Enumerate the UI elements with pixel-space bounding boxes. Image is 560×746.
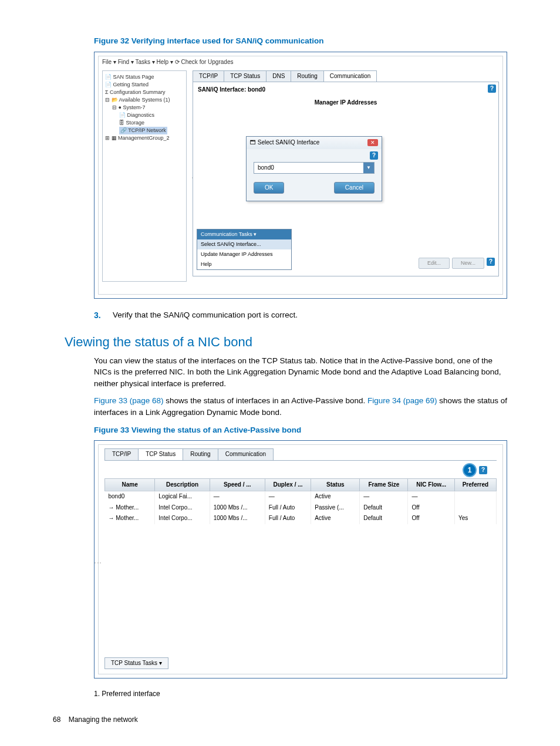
select-interface-dialog: 🗔 Select SAN/iQ Interface ✕ ? bond0 ▼ OK: [246, 136, 382, 201]
saniq-interface-label: SAN/iQ Interface: bond0: [198, 86, 265, 94]
navigation-tree[interactable]: 📄 SAN Status Page 📄 Getting Started Σ Co…: [102, 70, 187, 282]
table-cell: Intel Corpo...: [155, 502, 210, 514]
table-cell: 1000 Mbs /...: [210, 513, 265, 524]
menu-header[interactable]: Communication Tasks ▾: [197, 229, 291, 239]
new-button[interactable]: New...: [452, 258, 484, 269]
tree-item[interactable]: 🗄 Storage: [105, 119, 184, 127]
table-cell: Full / Auto: [265, 513, 311, 524]
tree-item[interactable]: 📄 SAN Status Page: [105, 73, 184, 81]
menu-item[interactable]: Help: [197, 259, 291, 269]
table-cell: —: [360, 491, 408, 502]
table-cell: Intel Corpo...: [155, 513, 210, 524]
table-cell: Off: [408, 502, 454, 514]
col-preferred[interactable]: Preferred: [454, 478, 496, 491]
page-footer: 68 Managing the network: [53, 715, 138, 725]
figure-33-caption: Figure 33 Viewing the status of an Activ…: [94, 424, 507, 436]
table-cell: Default: [360, 513, 408, 524]
help-icon[interactable]: ?: [488, 85, 496, 93]
manager-ip-header: Manager IP Addresses: [315, 99, 377, 107]
interface-select[interactable]: bond0 ▼: [254, 162, 375, 174]
table-cell: Yes: [454, 513, 496, 524]
col-speed[interactable]: Speed / ...: [210, 478, 265, 491]
figure-legend: 1. Preferred interface: [94, 689, 507, 699]
tab-routing[interactable]: Routing: [291, 70, 323, 82]
tab-communication[interactable]: Communication: [323, 70, 377, 82]
help-icon[interactable]: ?: [370, 151, 378, 160]
tab-routing[interactable]: Routing: [183, 448, 218, 460]
table-cell: [454, 502, 496, 514]
figure-link[interactable]: Figure 33 (page 68): [94, 396, 164, 405]
table-cell: → Mother...: [105, 513, 155, 524]
tree-item[interactable]: 📄 Getting Started: [105, 81, 184, 89]
table-row[interactable]: → Mother...Intel Corpo...1000 Mbs /...Fu…: [105, 513, 497, 524]
tab-communication[interactable]: Communication: [218, 448, 274, 460]
col-description[interactable]: Description: [155, 478, 210, 491]
table-cell: —: [210, 491, 265, 502]
communication-tasks-menu[interactable]: Communication Tasks ▾ Select SAN/iQ Inte…: [197, 229, 292, 270]
figure-32-caption: Figure 32 Verifying interface used for S…: [94, 35, 507, 47]
table-cell: Passive (...: [311, 502, 360, 514]
step-number: 3.: [94, 309, 113, 321]
table-cell: Active: [311, 513, 360, 524]
tcp-status-table: Name Description Speed / ... Duplex / ..…: [104, 478, 497, 524]
cancel-button[interactable]: Cancel: [334, 182, 375, 194]
callout-number: 1: [463, 463, 477, 477]
table-cell: Full / Auto: [265, 502, 311, 514]
table-cell: bond0: [105, 491, 155, 502]
tree-item-selected[interactable]: 🔗 TCP/IP Network: [105, 127, 184, 134]
tree-item[interactable]: ⊟ ● System-7: [105, 104, 184, 112]
tree-item[interactable]: Σ Configuration Summary: [105, 89, 184, 96]
table-cell: Active: [311, 491, 360, 502]
page-number: 68: [53, 715, 60, 724]
table-cell: [454, 491, 496, 502]
callout-1: 1 ?: [463, 463, 487, 477]
table-cell: Default: [360, 502, 408, 514]
ok-button[interactable]: OK: [254, 182, 284, 194]
menu-item[interactable]: Update Manager IP Addresses: [197, 249, 291, 259]
body-paragraph: You can view the status of the interface…: [94, 355, 507, 390]
tab-tcpip[interactable]: TCP/IP: [193, 70, 224, 82]
tree-item[interactable]: ⊟ 📂 Available Systems (1): [105, 96, 184, 104]
col-framesize[interactable]: Frame Size: [360, 478, 408, 491]
chevron-down-icon[interactable]: ▼: [363, 163, 374, 173]
step-text: Verify that the SAN/iQ communication por…: [113, 309, 298, 321]
app-menubar[interactable]: File ▾ Find ▾ Tasks ▾ Help ▾ ⟳ Check for…: [99, 56, 502, 69]
tree-item[interactable]: ⊞ ▦ ManagementGroup_2: [105, 134, 184, 142]
edit-button[interactable]: Edit...: [419, 258, 450, 269]
table-cell: → Mother...: [105, 502, 155, 514]
tree-item[interactable]: 📄 Diagnostics: [105, 112, 184, 119]
table-row[interactable]: → Mother...Intel Corpo...1000 Mbs /...Fu…: [105, 502, 497, 514]
menu-item[interactable]: Select SAN/iQ Interface...: [197, 239, 291, 249]
table-row[interactable]: bond0Logical Fai...——Active——: [105, 491, 497, 502]
table-cell: —: [265, 491, 311, 502]
table-cell: Logical Fai...: [155, 491, 210, 502]
step-3: 3. Verify that the SAN/iQ communication …: [94, 309, 507, 321]
col-nicflow[interactable]: NIC Flow...: [408, 478, 454, 491]
tab-tcpip[interactable]: TCP/IP: [104, 448, 139, 460]
footer-section: Managing the network: [69, 715, 138, 724]
tcp-status-tasks-button[interactable]: TCP Status Tasks ▾: [104, 657, 168, 670]
table-cell: —: [408, 491, 454, 502]
dialog-title: 🗔 Select SAN/iQ Interface: [250, 139, 319, 147]
figure-32-screenshot: File ▾ Find ▾ Tasks ▾ Help ▾ ⟳ Check for…: [94, 52, 507, 299]
close-icon[interactable]: ✕: [367, 139, 378, 146]
section-heading: Viewing the status of a NIC bond: [65, 333, 507, 352]
help-icon[interactable]: ?: [479, 466, 487, 474]
col-status[interactable]: Status: [311, 478, 360, 491]
tab-tcpstatus[interactable]: TCP Status: [224, 70, 266, 82]
table-cell: Off: [408, 513, 454, 524]
col-duplex[interactable]: Duplex / ...: [265, 478, 311, 491]
figure-33-screenshot: ⋮ TCP/IP TCP Status Routing Communicatio…: [94, 440, 507, 679]
splitter-handle[interactable]: ⋮: [93, 559, 103, 566]
help-icon[interactable]: ?: [487, 258, 495, 266]
table-cell: 1000 Mbs /...: [210, 502, 265, 514]
figure-link[interactable]: Figure 34 (page 69): [367, 396, 437, 405]
tab-tcpstatus[interactable]: TCP Status: [138, 448, 183, 460]
col-name[interactable]: Name: [105, 478, 155, 491]
body-paragraph: Figure 33 (page 68) shows the status of …: [94, 395, 507, 418]
tab-dns[interactable]: DNS: [266, 70, 291, 82]
